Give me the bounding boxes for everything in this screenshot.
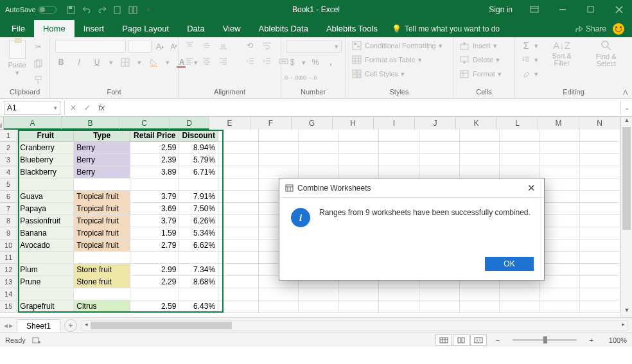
cell-D8[interactable]: 6.26% [179, 215, 218, 227]
cell-D12[interactable]: 7.34% [179, 264, 218, 276]
touch-mode-icon[interactable] [128, 5, 137, 14]
cell-K14[interactable] [460, 288, 500, 300]
number-format-dropdown-icon[interactable]: ▾ [335, 42, 338, 51]
redo-icon[interactable] [98, 5, 107, 14]
insert-function-icon[interactable]: fx [94, 101, 109, 115]
cell-E4[interactable] [218, 166, 259, 178]
cell-C8[interactable]: 3.79 [130, 215, 179, 227]
cell-A4[interactable]: Blackberry [17, 166, 74, 178]
cell-E14[interactable] [218, 288, 259, 300]
cell-A9[interactable]: Banana [17, 227, 74, 239]
column-header-K[interactable]: K [456, 117, 497, 130]
cell-G3[interactable] [299, 154, 339, 166]
cell-D9[interactable]: 5.34% [179, 227, 218, 239]
cell-E6[interactable] [218, 191, 259, 203]
cell-J3[interactable] [419, 154, 460, 166]
cell-C2[interactable]: 2.59 [130, 142, 179, 154]
cell-L14[interactable] [500, 288, 540, 300]
cell-G1[interactable] [299, 130, 339, 142]
cell-N13[interactable] [580, 276, 620, 288]
column-header-L[interactable]: L [497, 117, 538, 130]
cell-B7[interactable]: Tropical fruit [74, 203, 130, 215]
cell-M15[interactable] [540, 300, 581, 313]
cell-E10[interactable] [218, 239, 259, 252]
decrease-indent-icon[interactable] [244, 55, 256, 67]
cell-M2[interactable] [540, 142, 581, 154]
cell-E12[interactable] [218, 264, 259, 276]
fill-dropdown-icon[interactable]: ▾ [166, 58, 170, 67]
cell-B6[interactable]: Tropical fruit [74, 191, 130, 203]
add-sheet-button[interactable]: + [64, 319, 77, 332]
cell-A6[interactable]: Guava [17, 191, 74, 203]
scroll-up-icon[interactable]: ▲ [621, 117, 632, 127]
row-header-8[interactable]: 8 [0, 215, 17, 227]
copy-icon[interactable] [33, 58, 44, 69]
zoom-level[interactable]: 100% [602, 336, 627, 344]
save-icon[interactable] [67, 5, 76, 14]
cell-M4[interactable] [540, 166, 581, 178]
fill-button[interactable]: ▾ [520, 54, 538, 65]
column-header-E[interactable]: E [209, 117, 250, 130]
cell-E8[interactable] [218, 215, 259, 227]
cell-N3[interactable] [580, 154, 620, 166]
column-header-H[interactable]: H [333, 117, 374, 130]
cell-J15[interactable] [419, 300, 460, 313]
cell-M8[interactable] [540, 215, 581, 227]
cell-D6[interactable]: 7.91% [179, 191, 218, 203]
cell-G14[interactable] [299, 288, 339, 300]
sort-filter-button[interactable]: A↓Z Sort & Filter [543, 40, 580, 67]
minimize-button[interactable] [550, 0, 575, 19]
cell-N10[interactable] [580, 239, 620, 252]
cell-styles-button[interactable]: Cell Styles ▾ [351, 68, 405, 80]
cell-B4[interactable]: Berry [74, 166, 130, 178]
cell-M11[interactable] [540, 252, 581, 264]
cell-E5[interactable] [218, 178, 259, 191]
cell-D10[interactable]: 6.62% [179, 239, 218, 252]
cell-B11[interactable] [74, 252, 130, 264]
tab-page-layout[interactable]: Page Layout [113, 20, 178, 37]
row-header-14[interactable]: 14 [0, 288, 17, 300]
cell-N5[interactable] [580, 178, 620, 191]
sheet-nav-prev-icon[interactable]: ▸ [9, 321, 13, 330]
cell-A7[interactable]: Papaya [17, 203, 74, 215]
row-header-4[interactable]: 4 [0, 166, 17, 178]
cell-D13[interactable]: 8.68% [179, 276, 218, 288]
grow-font-icon[interactable]: A▴ [154, 40, 166, 52]
normal-view-icon[interactable] [435, 334, 452, 346]
format-cells-button[interactable]: Format▾ [459, 68, 502, 80]
cell-E7[interactable] [218, 203, 259, 215]
cell-M10[interactable] [540, 239, 581, 252]
sign-in-link[interactable]: Sign in [482, 5, 519, 14]
shrink-font-icon[interactable]: A▾ [168, 40, 180, 52]
cell-I2[interactable] [379, 142, 419, 154]
cell-B10[interactable]: Tropical fruit [74, 239, 130, 252]
cell-A2[interactable]: Cranberry [17, 142, 74, 154]
cell-A3[interactable]: Blueberry [17, 154, 74, 166]
cut-icon[interactable]: ✂ [33, 41, 44, 53]
column-header-C[interactable]: C [119, 117, 170, 130]
tab-insert[interactable]: Insert [75, 20, 114, 37]
cell-L3[interactable] [500, 154, 540, 166]
cell-H15[interactable] [339, 300, 380, 313]
tab-ablebits-data[interactable]: Ablebits Data [250, 20, 317, 37]
cell-C7[interactable]: 3.69 [130, 203, 179, 215]
cell-L15[interactable] [500, 300, 540, 313]
wrap-text-icon[interactable] [261, 40, 272, 51]
cell-D14[interactable] [179, 288, 218, 300]
cell-J14[interactable] [419, 288, 460, 300]
cell-B3[interactable]: Berry [74, 154, 130, 166]
cell-E3[interactable] [218, 154, 259, 166]
cancel-formula-icon[interactable]: ✕ [66, 101, 80, 115]
tab-view[interactable]: View [214, 20, 250, 37]
cell-G2[interactable] [299, 142, 339, 154]
tab-file[interactable]: File [3, 20, 34, 37]
find-select-button[interactable]: Find & Select [585, 40, 627, 67]
cell-B5[interactable] [74, 178, 130, 191]
cell-L2[interactable] [500, 142, 540, 154]
cell-M7[interactable] [540, 203, 581, 215]
cell-I4[interactable] [379, 166, 419, 178]
cell-G4[interactable] [299, 166, 339, 178]
enter-formula-icon[interactable]: ✓ [80, 101, 94, 115]
cell-E15[interactable] [218, 300, 259, 313]
tab-data[interactable]: Data [178, 20, 213, 37]
